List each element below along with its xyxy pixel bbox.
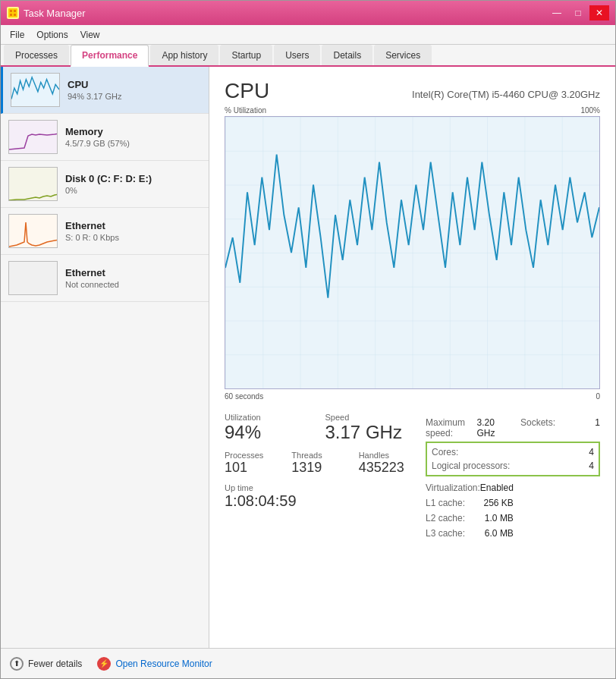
l3-row: L3 cache: 6.0 MB xyxy=(426,527,514,540)
close-button[interactable]: ✕ xyxy=(589,5,609,20)
threads-value: 1319 xyxy=(291,460,343,476)
minimize-button[interactable]: — xyxy=(547,5,567,20)
cpu-graph xyxy=(225,116,600,389)
menu-file[interactable]: File xyxy=(4,28,30,42)
ethernet2-thumbnail xyxy=(8,261,58,295)
title-bar-controls: — □ ✕ xyxy=(547,5,609,20)
fewer-details-label: Fewer details xyxy=(28,659,82,669)
tab-details[interactable]: Details xyxy=(322,45,372,65)
maximize-button[interactable]: □ xyxy=(568,5,588,20)
handles-label: Handles xyxy=(359,451,410,460)
svg-rect-0 xyxy=(8,8,17,17)
max-speed-val: 3.20 GHz xyxy=(477,417,505,439)
ethernet1-sidebar-info: Ethernet S: 0 R: 0 Kbps xyxy=(65,220,201,242)
sockets-key: Sockets: xyxy=(520,417,555,439)
graph-label-top: % Utilization 100% xyxy=(225,106,600,115)
ethernet2-sidebar-detail: Not connected xyxy=(65,280,201,289)
memory-sidebar-name: Memory xyxy=(65,126,201,137)
virt-key: Virtualization: xyxy=(426,483,480,493)
cpu-model: Intel(R) Core(TM) i5-4460 CPU@ 3.20GHz xyxy=(412,89,600,100)
logical-val: 4 xyxy=(589,461,594,471)
cores-val: 4 xyxy=(589,447,594,457)
menu-bar: File Options View xyxy=(1,25,615,45)
graph-100-label: 100% xyxy=(580,106,600,115)
max-speed-row: Maximum speed: 3.20 GHz xyxy=(426,416,505,440)
uptime-block: Up time 1:08:04:59 xyxy=(225,483,410,510)
handles-value: 435223 xyxy=(359,460,410,476)
tab-performance[interactable]: Performance xyxy=(71,45,149,67)
virt-val: Enabled xyxy=(480,483,514,493)
processes-value: 101 xyxy=(225,460,276,476)
cpu-header: CPU Intel(R) Core(TM) i5-4460 CPU@ 3.20G… xyxy=(225,79,600,103)
sockets-row: Sockets: 1 xyxy=(520,416,600,440)
cpu-thumbnail xyxy=(11,73,60,107)
svg-rect-1 xyxy=(10,10,12,12)
menu-options[interactable]: Options xyxy=(30,28,74,42)
tab-services[interactable]: Services xyxy=(374,45,432,65)
cores-key: Cores: xyxy=(432,447,458,457)
stats-table: Maximum speed: 3.20 GHz Sockets: 1 xyxy=(426,416,600,440)
speed-value: 3.17 GHz xyxy=(325,422,411,443)
sockets-val: 1 xyxy=(595,417,600,439)
cpu-sidebar-detail: 94% 3.17 GHz xyxy=(68,92,201,101)
fewer-details-button[interactable]: ⬆ Fewer details xyxy=(10,657,82,671)
cpu-title: CPU xyxy=(225,79,269,103)
speed-block: Speed 3.17 GHz xyxy=(325,413,411,443)
sidebar-item-cpu[interactable]: CPU 94% 3.17 GHz xyxy=(1,67,209,114)
tab-apphistory[interactable]: App history xyxy=(150,45,218,65)
stats-section: Utilization 94% Speed 3.17 GHz Processes… xyxy=(225,413,600,540)
sidebar-item-memory[interactable]: Memory 4.5/7.9 GB (57%) xyxy=(1,114,209,161)
title-bar: Task Manager — □ ✕ xyxy=(1,1,615,25)
l2-key: L2 cache: xyxy=(426,513,465,523)
speed-label: Speed xyxy=(325,413,411,422)
stats-left: Utilization 94% Speed 3.17 GHz Processes… xyxy=(225,413,410,540)
tabs-bar: Processes Performance App history Startu… xyxy=(1,45,615,67)
menu-view[interactable]: View xyxy=(74,28,106,42)
sidebar-item-disk[interactable]: Disk 0 (C: F: D: E:) 0% xyxy=(1,161,209,208)
title-bar-left: Task Manager xyxy=(7,7,86,19)
handles-block: Handles 435223 xyxy=(359,451,410,476)
bottom-bar: ⬆ Fewer details ⚡ Open Resource Monitor xyxy=(1,648,615,678)
svg-rect-3 xyxy=(10,14,12,16)
svg-rect-9 xyxy=(9,262,58,295)
l2-row: L2 cache: 1.0 MB xyxy=(426,511,514,525)
fewer-details-icon: ⬆ xyxy=(10,657,24,671)
sidebar-item-ethernet2[interactable]: Ethernet Not connected xyxy=(1,255,209,302)
disk-sidebar-info: Disk 0 (C: F: D: E:) 0% xyxy=(65,173,201,195)
l3-key: L3 cache: xyxy=(426,528,465,539)
ethernet1-sidebar-name: Ethernet xyxy=(65,220,201,231)
disk-sidebar-detail: 0% xyxy=(65,186,201,195)
cache-stats-table: Virtualization: Enabled L1 cache: 256 KB… xyxy=(426,481,600,540)
l2-val: 1.0 MB xyxy=(485,513,514,523)
graph-utilization-label: % Utilization xyxy=(225,106,266,115)
tab-startup[interactable]: Startup xyxy=(220,45,272,65)
utilization-value: 94% xyxy=(225,422,310,443)
stats-row-1: Utilization 94% Speed 3.17 GHz xyxy=(225,413,410,443)
l1-key: L1 cache: xyxy=(426,498,465,508)
utilization-label: Utilization xyxy=(225,413,310,422)
sidebar: CPU 94% 3.17 GHz Memory 4.5/7.9 GB (57%) xyxy=(1,67,209,648)
detail-panel: CPU Intel(R) Core(TM) i5-4460 CPU@ 3.20G… xyxy=(209,67,615,648)
svg-rect-11 xyxy=(225,117,599,388)
uptime-label: Up time xyxy=(225,483,410,492)
resource-monitor-button[interactable]: ⚡ Open Resource Monitor xyxy=(97,657,212,671)
svg-rect-2 xyxy=(14,10,16,12)
tab-users[interactable]: Users xyxy=(274,45,320,65)
graph-time-right: 0 xyxy=(596,392,600,401)
tab-processes[interactable]: Processes xyxy=(4,45,69,65)
sidebar-item-ethernet1[interactable]: Ethernet S: 0 R: 0 Kbps xyxy=(1,208,209,255)
processes-label: Processes xyxy=(225,451,276,460)
disk-sidebar-name: Disk 0 (C: F: D: E:) xyxy=(65,173,201,184)
ethernet2-sidebar-name: Ethernet xyxy=(65,267,201,278)
graph-time-left: 60 seconds xyxy=(225,392,263,401)
logical-row: Logical processors: 4 xyxy=(432,459,594,473)
svg-rect-8 xyxy=(9,215,58,248)
utilization-block: Utilization 94% xyxy=(225,413,310,443)
graph-label-bottom: 60 seconds 0 xyxy=(225,392,600,401)
logical-key: Logical processors: xyxy=(432,461,510,471)
threads-block: Threads 1319 xyxy=(291,451,343,476)
resource-monitor-label: Open Resource Monitor xyxy=(115,659,212,669)
stats-row-2: Processes 101 Threads 1319 Handles 43522… xyxy=(225,451,410,476)
task-manager-window: Task Manager — □ ✕ File Options View Pro… xyxy=(0,0,616,679)
cores-row: Cores: 4 xyxy=(432,445,594,459)
